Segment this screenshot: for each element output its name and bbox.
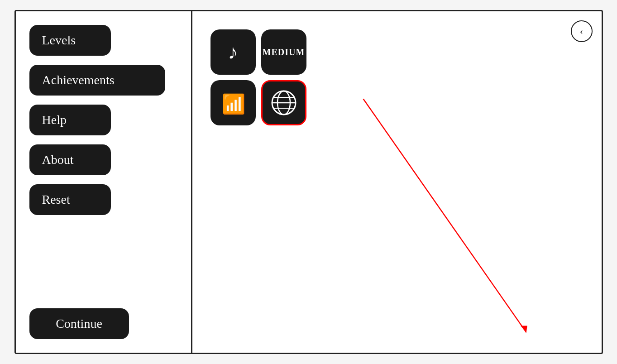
- left-panel: Levels Achievements Help About Reset Con…: [16, 11, 192, 353]
- continue-button[interactable]: Continue: [29, 308, 129, 339]
- music-icon: ♪: [228, 41, 238, 64]
- medium-label: MEDIUM: [263, 47, 305, 57]
- globe-icon: [269, 88, 298, 117]
- svg-text:📶: 📶: [222, 93, 246, 115]
- about-button[interactable]: About: [29, 144, 111, 175]
- svg-line-6: [363, 99, 526, 332]
- svg-marker-7: [520, 326, 527, 332]
- back-icon: ‹: [580, 25, 583, 37]
- achievements-button[interactable]: Achievements: [29, 65, 165, 96]
- globe-button[interactable]: [261, 80, 306, 125]
- back-button[interactable]: ‹: [571, 20, 593, 42]
- music-button[interactable]: ♪: [210, 29, 256, 75]
- wifi-button[interactable]: 📶: [210, 80, 256, 125]
- main-container: Levels Achievements Help About Reset Con…: [14, 10, 603, 354]
- right-panel: ‹ ♪ MEDIUM 📶: [192, 11, 602, 353]
- wifi-icon: 📶: [220, 91, 247, 115]
- help-button[interactable]: Help: [29, 105, 111, 135]
- medium-button[interactable]: MEDIUM: [261, 29, 306, 75]
- reset-button[interactable]: Reset: [29, 184, 111, 215]
- icons-grid: ♪ MEDIUM 📶: [210, 29, 588, 125]
- levels-button[interactable]: Levels: [29, 25, 111, 56]
